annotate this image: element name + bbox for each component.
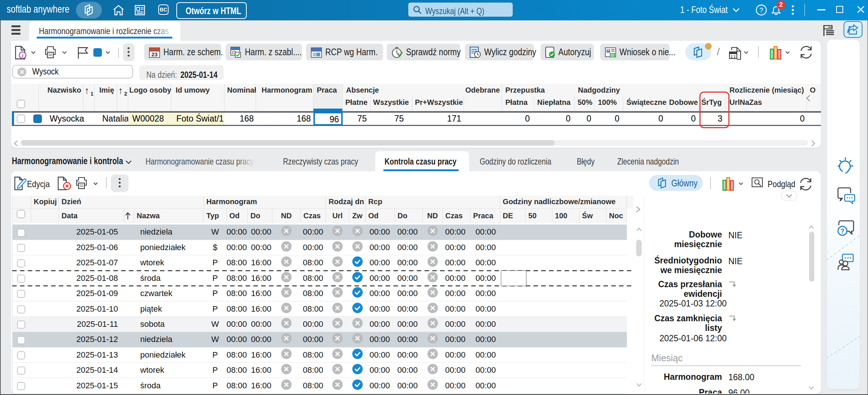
svg-text:?: ? xyxy=(841,228,845,235)
svg-text:?: ? xyxy=(759,6,764,14)
svg-text:23: 23 xyxy=(152,51,158,57)
